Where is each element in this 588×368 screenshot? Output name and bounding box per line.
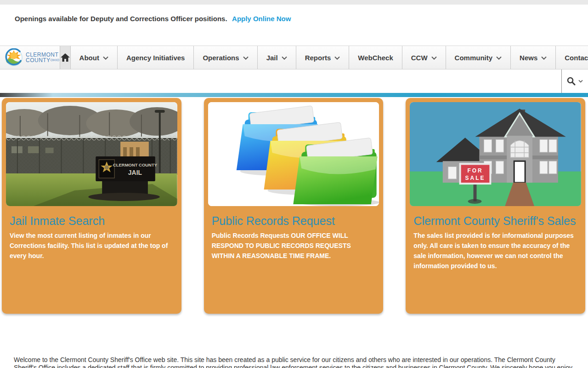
razor-wire (6, 135, 177, 140)
top-strip (0, 0, 588, 5)
home-icon (60, 53, 70, 62)
nav-label: About (79, 54, 99, 62)
nav-label: News (520, 54, 537, 62)
folders-illustration (208, 102, 379, 206)
logo-line2: COUNTYOHIO (26, 58, 60, 63)
card-description: The sales list provided is for informati… (413, 230, 577, 271)
chevron-down-icon (496, 56, 502, 60)
nav-label: Community (455, 54, 493, 62)
chevron-down-icon (334, 56, 340, 60)
nav-label: Contact (565, 54, 588, 62)
logo-wordmark: CLERMONT COUNTYOHIO (26, 52, 60, 63)
sale-sign-line2: SALE (465, 175, 486, 181)
nav-item-webcheck[interactable]: WebCheck (349, 46, 402, 69)
welcome-paragraph: Welcome to the Clermont County Sheriff's… (14, 356, 574, 368)
nav-label: WebCheck (358, 54, 393, 62)
card-public-records-request[interactable]: Public Records Request Public Records Re… (204, 98, 384, 314)
green-folder (293, 138, 379, 206)
search-bar-row (0, 69, 588, 93)
jail-facility-photo: CLERMONT COUNTY JAIL (6, 102, 177, 206)
nav-item-ccw[interactable]: CCW (402, 46, 446, 69)
announcement-bar: Openings available for Deputy and Correc… (0, 5, 588, 46)
chevron-down-icon (282, 56, 287, 60)
announcement-text: Openings available for Deputy and Correc… (15, 15, 227, 23)
card-title[interactable]: Clermont County Sheriff's Sales (413, 214, 577, 228)
nav-home-button[interactable] (60, 46, 71, 69)
nav-label: Operations (203, 54, 239, 62)
nav-item-community[interactable]: Community (446, 46, 511, 69)
chevron-down-icon (243, 56, 249, 60)
card-description: View the most current listing of inmates… (10, 230, 174, 261)
nav-label: Jail (266, 54, 278, 62)
sale-sign-line1: FOR (468, 167, 483, 174)
card-title[interactable]: Public Records Request (212, 214, 376, 228)
chevron-down-icon (541, 56, 547, 60)
feature-cards: CLERMONT COUNTY JAIL Jail Inmate Search … (2, 98, 585, 314)
chevron-down-icon (578, 80, 583, 83)
nav-label: Agency Initiatives (126, 54, 185, 62)
apply-online-link[interactable]: Apply Online Now (232, 15, 291, 23)
card-jail-inmate-search[interactable]: CLERMONT COUNTY JAIL Jail Inmate Search … (2, 98, 181, 314)
main-navigation: CLERMONT COUNTYOHIO About Agency Initiat… (0, 46, 588, 69)
card-title[interactable]: Jail Inmate Search (10, 214, 174, 228)
nav-label: Reports (305, 54, 331, 62)
nav-item-jail[interactable]: Jail (258, 46, 296, 69)
nav-item-operations[interactable]: Operations (194, 46, 257, 69)
accent-divider-bar (0, 93, 588, 97)
arched-window (511, 140, 529, 157)
nav-item-news[interactable]: News (511, 46, 556, 69)
nav-item-reports[interactable]: Reports (296, 46, 350, 69)
nav-label: CCW (411, 54, 428, 62)
card-sheriff-sales[interactable]: FOR SALE Clermont County Sheriff's Sales… (406, 98, 585, 314)
nav-item-contact[interactable]: Contact (556, 46, 588, 69)
chevron-down-icon (431, 56, 437, 60)
jail-entrance-sign: CLERMONT COUNTY JAIL (88, 156, 159, 201)
nav-item-agency-initiatives[interactable]: Agency Initiatives (118, 46, 194, 69)
clermont-county-logo-icon (5, 48, 23, 67)
jail-photo-illustration: CLERMONT COUNTY JAIL (6, 102, 177, 206)
logo-suffix: OHIO (51, 58, 60, 62)
jail-sign-line1: CLERMONT COUNTY (113, 162, 158, 167)
search-toggle-button[interactable] (561, 69, 588, 93)
chevron-down-icon (103, 56, 108, 60)
house-for-sale-illustration: FOR SALE (410, 102, 581, 206)
house-for-sale-image: FOR SALE (410, 102, 581, 206)
nav-item-about[interactable]: About (71, 46, 118, 69)
front-door (514, 161, 526, 183)
jail-sign-line2: JAIL (128, 169, 142, 176)
site-logo[interactable]: CLERMONT COUNTYOHIO (0, 46, 60, 69)
card-description: Public Records Requests OUR OFFICE WILL … (212, 230, 376, 261)
file-folders-image (208, 102, 379, 206)
search-icon (567, 77, 576, 86)
